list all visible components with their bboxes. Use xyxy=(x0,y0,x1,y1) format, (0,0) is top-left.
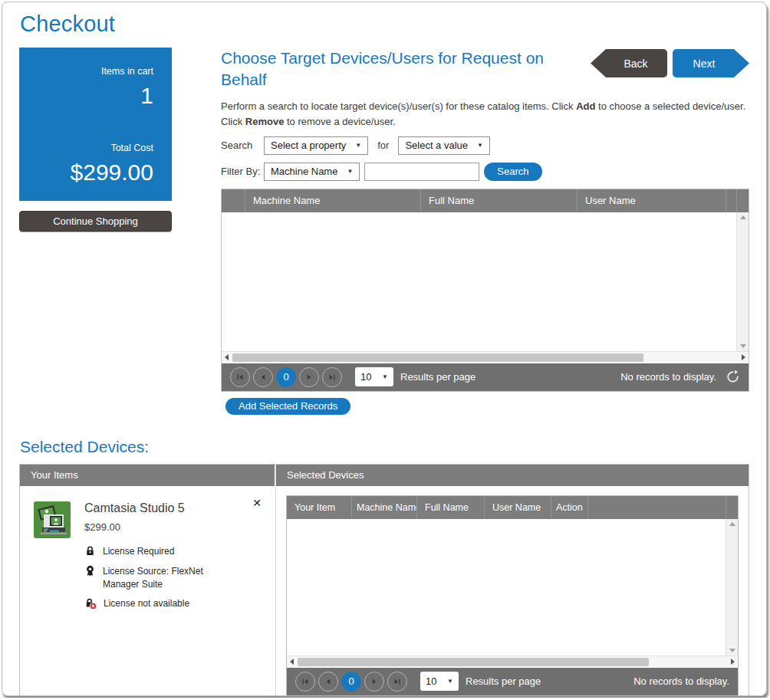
value-select[interactable]: Select a value ▼ xyxy=(398,136,490,155)
horizontal-scrollbar[interactable] xyxy=(222,351,749,363)
next-page-icon xyxy=(370,677,379,686)
scroll-left-icon[interactable] xyxy=(225,354,229,360)
for-label: for xyxy=(377,140,389,151)
results-per-page-label: Results per page xyxy=(466,675,541,687)
previous-page-icon xyxy=(324,677,333,686)
selected-devices-section: Selected Devices Your Item Machine Name … xyxy=(276,465,749,696)
select-column-header xyxy=(222,189,245,212)
selected-grid-body xyxy=(287,519,738,656)
last-page-icon xyxy=(393,677,402,686)
chevron-down-icon: ▼ xyxy=(447,678,453,685)
current-page-indicator[interactable]: 0 xyxy=(341,672,361,692)
selected-devices-grid: Your Item Machine Name Full Name User Na… xyxy=(286,495,739,696)
selected-grid-header: Your Item Machine Name Full Name User Na… xyxy=(287,496,738,519)
page-size-select[interactable]: 10 ▼ xyxy=(420,672,459,691)
refresh-button[interactable] xyxy=(726,370,740,384)
license-required-badge: License Required xyxy=(84,545,226,558)
no-records-text: No records to display. xyxy=(620,371,716,383)
items-in-cart-label: Items in cart xyxy=(38,66,153,77)
remove-item-button[interactable]: ✕ xyxy=(252,497,262,509)
last-page-button[interactable] xyxy=(387,672,407,692)
horizontal-scrollbar-thumb[interactable] xyxy=(298,658,649,666)
page-title: Checkout xyxy=(20,12,749,37)
lock-icon xyxy=(84,545,96,557)
first-page-button[interactable] xyxy=(295,672,315,692)
cart-item: Camtasia Studio 5 $299.00 License Requir… xyxy=(20,486,275,617)
license-source-badge: License Source: FlexNet Manager Suite xyxy=(84,565,226,591)
next-page-button[interactable] xyxy=(299,367,319,387)
item-name: Camtasia Studio 5 xyxy=(84,501,226,515)
selected-devices-panel: Your Items xyxy=(19,464,749,696)
chevron-down-icon: ▼ xyxy=(477,142,483,149)
machine-name-column-header[interactable]: Machine Name xyxy=(351,496,416,519)
scroll-up-icon[interactable] xyxy=(740,215,746,219)
search-row: Search Select a property ▼ for Select a … xyxy=(221,136,749,155)
scroll-right-icon[interactable] xyxy=(742,354,745,360)
previous-page-button[interactable] xyxy=(253,367,273,387)
instructions-text: Perform a search to locate target device… xyxy=(221,99,749,130)
license-unavailable-badge: License not available xyxy=(84,597,226,610)
chevron-down-icon: ▼ xyxy=(347,168,353,175)
property-select[interactable]: Select a property ▼ xyxy=(264,136,368,155)
your-items-section: Your Items xyxy=(20,465,276,696)
ribbon-icon xyxy=(84,565,96,577)
spacer-column-header xyxy=(726,189,736,212)
filter-query-input[interactable] xyxy=(364,163,479,181)
horizontal-scrollbar-thumb[interactable] xyxy=(232,353,643,362)
page-size-select[interactable]: 10 ▼ xyxy=(355,367,393,386)
no-records-text: No records to display. xyxy=(633,675,729,687)
scroll-left-icon[interactable] xyxy=(290,659,294,665)
continue-shopping-button[interactable]: Continue Shopping xyxy=(19,211,172,232)
search-label: Search xyxy=(221,140,264,151)
back-button[interactable]: Back xyxy=(591,49,667,77)
user-name-column-header[interactable]: User Name xyxy=(484,496,551,519)
results-grid-header: Machine Name Full Name User Name xyxy=(222,189,749,212)
machine-name-column-header[interactable]: Machine Name xyxy=(245,189,420,212)
full-name-column-header[interactable]: Full Name xyxy=(420,189,577,212)
selected-devices-heading: Selected Devices: xyxy=(20,438,749,456)
refresh-icon xyxy=(726,370,740,384)
full-name-column-header[interactable]: Full Name xyxy=(416,496,484,519)
items-in-cart-count: 1 xyxy=(38,83,153,109)
next-page-button[interactable] xyxy=(364,672,384,692)
scrollbar-column-header xyxy=(736,189,749,212)
wizard-column: Choose Target Devices/Users for Request … xyxy=(221,48,749,415)
next-page-icon xyxy=(304,373,314,382)
cart-summary-card: Items in cart 1 Total Cost $299.00 xyxy=(19,48,172,201)
scroll-up-icon[interactable] xyxy=(729,522,735,526)
camtasia-app-icon xyxy=(34,501,71,538)
last-page-button[interactable] xyxy=(322,367,342,387)
selected-empty-area xyxy=(287,519,726,656)
scrollbar-column-header xyxy=(726,496,738,519)
selected-pager: 0 10 ▼ Results per page No xyxy=(287,668,738,695)
filter-by-label: Filter By: xyxy=(221,166,264,177)
scroll-down-icon[interactable] xyxy=(729,649,735,652)
your-item-column-header[interactable]: Your Item xyxy=(287,496,351,519)
wizard-step-title: Choose Target Devices/Users for Request … xyxy=(221,48,585,91)
vertical-scrollbar[interactable] xyxy=(726,519,738,656)
results-grid: Machine Name Full Name User Name xyxy=(221,189,749,392)
add-selected-records-button[interactable]: Add Selected Records xyxy=(225,398,350,415)
search-button[interactable]: Search xyxy=(484,163,541,181)
current-page-indicator[interactable]: 0 xyxy=(276,367,296,387)
first-page-button[interactable] xyxy=(230,367,250,387)
item-price: $299.00 xyxy=(84,521,226,533)
results-grid-body xyxy=(222,212,749,351)
user-name-column-header[interactable]: User Name xyxy=(577,189,726,212)
previous-page-icon xyxy=(258,373,268,382)
results-per-page-label: Results per page xyxy=(400,371,475,383)
filter-row: Filter By: Machine Name ▼ Search xyxy=(221,163,749,181)
action-column-header[interactable]: Action xyxy=(551,496,587,519)
filter-field-select[interactable]: Machine Name ▼ xyxy=(264,163,360,181)
scroll-right-icon[interactable] xyxy=(731,659,735,665)
lock-unavailable-icon xyxy=(84,597,97,610)
previous-page-button[interactable] xyxy=(318,672,338,692)
scroll-down-icon[interactable] xyxy=(740,344,746,348)
next-button[interactable]: Next xyxy=(673,49,749,77)
your-items-header: Your Items xyxy=(20,465,275,486)
results-pager: 0 10 ▼ Results per page No records to di… xyxy=(222,363,749,391)
horizontal-scrollbar[interactable] xyxy=(287,656,738,668)
vertical-scrollbar[interactable] xyxy=(736,212,749,351)
chevron-down-icon: ▼ xyxy=(382,373,388,380)
license-badges: License Required License Source: FlexNet… xyxy=(84,545,226,610)
